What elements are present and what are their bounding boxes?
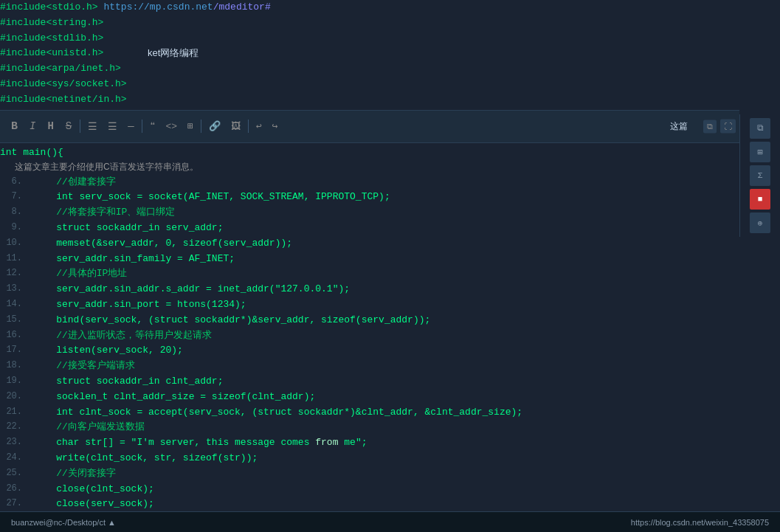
code-line-16: 14. serv_addr.sin_port = htons(1234); xyxy=(0,297,739,313)
code-line-14: 12. //具体的IP地址 xyxy=(0,266,739,282)
code-port: serv_addr.sin_port = htons(1234); xyxy=(33,297,246,313)
right-btn-2[interactable]: ⊞ xyxy=(750,142,770,162)
code-struct1: struct sockaddr_in serv_addr; xyxy=(33,221,223,236)
line-num-7: 7. xyxy=(0,190,22,204)
line-num-16: 16. xyxy=(0,328,22,342)
code-line-22: 20. socklen_t clnt_addr_size = sizeof(cl… xyxy=(0,390,739,405)
image-btn[interactable]: 🖼 xyxy=(228,120,244,134)
line-num-6: 6. xyxy=(0,175,22,189)
code-bind: bind(serv_sock, (struct sockaddr*)&serv_… xyxy=(33,313,430,328)
code-line-10: 8. //将套接字和IP、端口绑定 xyxy=(0,205,739,221)
code-line-4: #include<unistd.h> ket网络编程 xyxy=(0,46,739,61)
code-line-6: #include<sys/socket.h> xyxy=(0,77,739,92)
code-line-24: 22. //向客户端发送数据 xyxy=(0,420,739,435)
redo-btn[interactable]: ↪ xyxy=(269,119,281,134)
toolbar: B I H S ☰ ☰ — ❝ <> ⊞ 🔗 🖼 ↩ ↪ 这篇 ⧉ xyxy=(0,110,739,143)
code-text: #include<sys/socket.h> xyxy=(0,77,127,92)
right-panel: ⧉ ⊞ Σ ■ ⊕ xyxy=(739,114,780,237)
line-num-19: 19. xyxy=(0,374,22,388)
code-line-5: #include<arpa/inet.h> xyxy=(0,61,739,77)
undo-btn[interactable]: ↩ xyxy=(253,119,265,134)
code-comment-3: //具体的IP地址 xyxy=(33,266,127,282)
hr-btn[interactable]: — xyxy=(125,119,137,134)
terminal-path: buanzwei@nc-/Desktop/ct ▲ xyxy=(11,518,116,527)
line-num-25: 25. xyxy=(0,466,22,480)
code-line-17: 15. bind(serv_sock, (struct sockaddr*)&s… xyxy=(0,313,739,328)
code-line-27: 25. //关闭套接字 xyxy=(0,466,739,482)
code-text: #include<netinet/in.h> xyxy=(0,92,127,108)
line-num-10: 10. xyxy=(0,236,22,250)
code-close2: close(serv_sock); xyxy=(33,497,154,510)
code-socklen: socklen_t clnt_addr_size = sizeof(clnt_a… xyxy=(33,390,315,405)
code-line-7: #include<netinet/in.h> xyxy=(0,92,739,108)
copy-btn[interactable]: ⧉ xyxy=(703,120,717,133)
right-label: 这篇 xyxy=(670,120,688,133)
line-num-11: 11. xyxy=(0,252,22,266)
line-num-27: 27. xyxy=(0,497,22,510)
line-num-12: 12. xyxy=(0,266,22,280)
line-num-23: 23. xyxy=(0,435,22,449)
toolbar-right-icons: ⧉ ⛶ xyxy=(703,120,736,134)
cn-title: ket网络编程 xyxy=(148,46,199,61)
line-num-15: 15. xyxy=(0,313,22,327)
link-btn[interactable]: 🔗 xyxy=(206,119,224,134)
code-line-12: 10. memset(&serv_addr, 0, sizeof(serv_ad… xyxy=(0,236,739,252)
code-line-20: 18. //接受客户端请求 xyxy=(0,359,739,374)
code-accept: int clnt_sock = accept(serv_sock, (struc… xyxy=(33,405,522,421)
ol-btn[interactable]: ☰ xyxy=(105,119,120,134)
bottom-url[interactable]: https://blog.csdn.net/weixin_43358075 xyxy=(631,518,769,527)
right-btn-active[interactable]: ■ xyxy=(750,189,770,210)
line-num-21: 21. xyxy=(0,405,22,419)
right-btn-1[interactable]: ⧉ xyxy=(750,118,770,139)
line-num-14: 14. xyxy=(0,297,22,311)
line-num-8: 8. xyxy=(0,205,22,219)
code-charstr: char str[] = "I'm server, this message c… xyxy=(33,435,367,451)
code-comment-6: //向客户端发送数据 xyxy=(33,420,145,435)
bottom-bar: buanzwei@nc-/Desktop/ct ▲ https://blog.c… xyxy=(0,511,780,532)
code-line-8: 6. //创建套接字 xyxy=(0,175,739,190)
line-num-17: 17. xyxy=(0,343,22,357)
code-memset: memset(&serv_addr, 0, sizeof(serv_addr))… xyxy=(33,236,292,252)
code-text: #include<string.h> xyxy=(0,15,103,31)
cn-desc: 这篇文章主要介绍使用C语言发送字符串消息。 xyxy=(0,160,199,174)
code-text: #include<stdlib.h> xyxy=(0,31,103,46)
code-listen: listen(serv_sock, 20); xyxy=(33,343,183,359)
code-text: #include<arpa/inet.h> xyxy=(0,61,121,77)
bold-btn[interactable]: B xyxy=(7,119,21,134)
code-line-15: 13. serv_addr.sin_addr.s_addr = inet_add… xyxy=(0,282,739,297)
table-btn[interactable]: ⊞ xyxy=(184,119,196,134)
code-line-29: 27. close(serv_sock); xyxy=(0,497,739,510)
italic-btn[interactable]: I xyxy=(26,119,39,134)
code-line-main: int main(){ xyxy=(0,145,739,161)
toolbar-sep-3 xyxy=(201,120,201,133)
toolbar-sep-2 xyxy=(142,120,142,133)
heading-btn[interactable]: H xyxy=(44,119,57,134)
code-line-25: 23. char str[] = "I'm server, this messa… xyxy=(0,435,739,451)
quote-btn[interactable]: ❝ xyxy=(147,119,159,134)
fullscreen-btn[interactable]: ⛶ xyxy=(720,120,736,134)
code-comment-7: //关闭套接字 xyxy=(33,466,116,482)
right-btn-4[interactable]: ⊕ xyxy=(750,213,770,233)
toolbar-sep-4 xyxy=(248,120,249,133)
toolbar-sep-1 xyxy=(80,120,80,133)
code-btn[interactable]: <> xyxy=(162,120,180,134)
code-struct2: struct sockaddr_in clnt_addr; xyxy=(33,374,223,390)
ul-btn[interactable]: ☰ xyxy=(85,119,100,134)
line-num-18: 18. xyxy=(0,359,22,373)
strikethrough-btn[interactable]: S xyxy=(62,119,75,134)
line-num-13: 13. xyxy=(0,282,22,296)
right-btn-3[interactable]: Σ xyxy=(750,165,770,186)
code-line-19: 17. listen(serv_sock, 20); xyxy=(0,343,739,359)
code-comment-4: //进入监听状态，等待用户发起请求 xyxy=(33,328,212,344)
code-line-18: 16. //进入监听状态，等待用户发起请求 xyxy=(0,328,739,344)
code-comment-2: //将套接字和IP、端口绑定 xyxy=(33,205,175,221)
code-family: serv_addr.sin_family = AF_INET; xyxy=(33,252,235,267)
code-text: #include<stdio.h> https://mp.csdn.net/md… xyxy=(0,0,271,15)
code-line-desc: 这篇文章主要介绍使用C语言发送字符串消息。 xyxy=(0,160,739,174)
code-editor: #include<stdio.h> https://mp.csdn.net/md… xyxy=(0,0,780,532)
code-line-9: 7. int serv_sock = socket(AF_INET, SOCK_… xyxy=(0,190,739,205)
code-line-23: 21. int clnt_sock = accept(serv_sock, (s… xyxy=(0,405,739,421)
code-area: #include<stdio.h> https://mp.csdn.net/md… xyxy=(0,0,739,510)
code-comment-5: //接受客户端请求 xyxy=(33,359,135,374)
code-line-3: #include<stdlib.h> xyxy=(0,31,739,46)
